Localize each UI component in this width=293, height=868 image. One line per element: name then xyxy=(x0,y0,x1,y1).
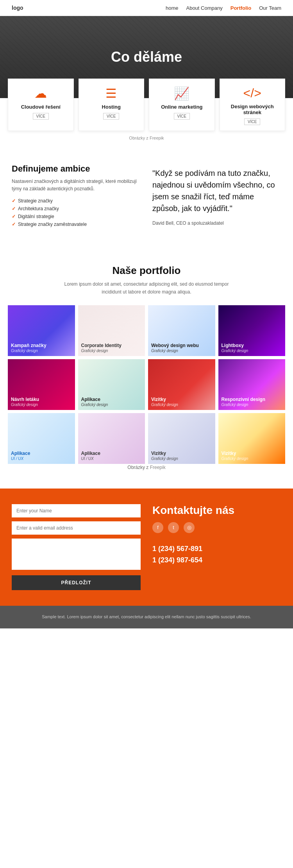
portfolio-item[interactable]: AplikaceUI / UX xyxy=(8,413,75,464)
services-section: ☁ Cloudové řešení VÍCE ☰ Hosting VÍCE 📈 … xyxy=(0,79,293,144)
service-link-design[interactable]: VÍCE xyxy=(244,118,260,125)
nav-team[interactable]: Our Team xyxy=(259,5,281,11)
marketing-icon: 📈 xyxy=(154,86,210,101)
portfolio-item[interactable]: VizitkyGrafický design xyxy=(148,359,215,410)
services-cards: ☁ Cloudové řešení VÍCE ☰ Hosting VÍCE 📈 … xyxy=(8,79,285,131)
service-card-marketing: 📈 Online marketing VÍCE xyxy=(149,79,215,131)
ambice-item-3: Digitální strategie xyxy=(12,214,141,219)
ambice-item-2: Architektura značky xyxy=(12,206,141,211)
service-link-hosting[interactable]: VÍCE xyxy=(103,113,119,120)
social-icons: f t ◎ xyxy=(152,522,281,533)
design-icon: </> xyxy=(225,86,280,100)
quote-text: "Když se podívám na tuto značku, najedno… xyxy=(152,167,281,214)
ambice-section: Definujeme ambice Nastavení značkových a… xyxy=(0,144,293,249)
portfolio-heading: Naše portfolio xyxy=(8,265,285,277)
contact-phone2: 1 (234) 987-654 xyxy=(152,556,281,564)
ambice-item-1: Strategie značky xyxy=(12,198,141,204)
portfolio-item[interactable]: Responzivní designGrafický design xyxy=(218,359,286,410)
ambice-right: "Když se podívám na tuto značku, najedno… xyxy=(152,164,281,229)
contact-message-textarea[interactable] xyxy=(12,539,141,570)
portfolio-grid: Kampaň značkyGrafický designCorporate Id… xyxy=(8,305,285,464)
service-card-hosting: ☰ Hosting VÍCE xyxy=(79,79,145,131)
portfolio-section: Naše portfolio Lorem ipsum dolor sit ame… xyxy=(0,249,293,489)
portfolio-item[interactable]: Kampaň značkyGrafický design xyxy=(8,305,75,356)
contact-info: Kontaktujte nás f t ◎ 1 (234) 567-891 1 … xyxy=(152,504,281,567)
services-freepik-link[interactable]: Freepik xyxy=(150,136,164,140)
ambice-heading: Definujeme ambice xyxy=(12,164,141,174)
service-title-hosting: Hosting xyxy=(84,104,139,110)
contact-heading: Kontaktujte nás xyxy=(152,504,281,517)
service-card-design: </> Design webových stránek VÍCE xyxy=(220,79,286,131)
logo: logo xyxy=(12,5,23,11)
nav-home[interactable]: home xyxy=(166,5,179,11)
ambice-left: Definujeme ambice Nastavení značkových a… xyxy=(12,164,141,229)
nav-about[interactable]: About Company xyxy=(186,5,222,11)
cloud-icon: ☁ xyxy=(13,86,69,101)
footer: Sample text. Lorem ipsum dolor sit amet,… xyxy=(0,606,293,628)
contact-email-input[interactable] xyxy=(12,521,141,535)
navbar: logo home About Company Portfolio Our Te… xyxy=(0,0,293,16)
portfolio-freepik-link[interactable]: Freepik xyxy=(150,465,166,470)
service-title-design: Design webových stránek xyxy=(225,104,280,115)
service-link-marketing[interactable]: VÍCE xyxy=(174,113,190,120)
contact-phone1: 1 (234) 567-891 xyxy=(152,545,281,553)
quote-author: David Bell, CEO a spoluzakladatel xyxy=(152,220,281,226)
portfolio-item[interactable]: Návrh letákuGrafický design xyxy=(8,359,75,410)
ambice-description: Nastavení značkových a digitálních strat… xyxy=(12,178,141,193)
service-link-cloud[interactable]: VÍCE xyxy=(33,113,49,120)
instagram-icon[interactable]: ◎ xyxy=(184,522,195,533)
portfolio-item[interactable]: AplikaceUI / UX xyxy=(78,413,145,464)
portfolio-item[interactable]: VizitkyGrafický design xyxy=(218,413,286,464)
footer-text: Sample text. Lorem ipsum dolor sit amet,… xyxy=(12,614,281,621)
contact-submit-button[interactable]: PŘEDLOŽIT xyxy=(12,575,141,590)
contact-name-input[interactable] xyxy=(12,504,141,517)
portfolio-freepik-note: Obrázky z Freepik xyxy=(61,464,232,471)
service-title-cloud: Cloudové řešení xyxy=(13,104,69,110)
portfolio-item[interactable]: Webový design webuGrafický design xyxy=(148,305,215,356)
hosting-icon: ☰ xyxy=(84,86,139,101)
twitter-icon[interactable]: t xyxy=(168,522,179,533)
portfolio-item[interactable]: Corporate IdentityGrafický design xyxy=(78,305,145,356)
portfolio-item[interactable]: VizitkyGrafický design xyxy=(148,413,215,464)
ambice-list: Strategie značky Architektura značky Dig… xyxy=(12,198,141,227)
services-freepik-note: Obrázky z Freepik xyxy=(8,136,285,140)
service-title-marketing: Online marketing xyxy=(154,104,210,110)
facebook-icon[interactable]: f xyxy=(152,522,163,533)
portfolio-item[interactable]: AplikaceGrafický design xyxy=(78,359,145,410)
contact-form: PŘEDLOŽIT xyxy=(12,504,141,590)
contact-section: PŘEDLOŽIT Kontaktujte nás f t ◎ 1 (234) … xyxy=(0,489,293,606)
nav-links: home About Company Portfolio Our Team xyxy=(166,5,281,11)
nav-portfolio[interactable]: Portfolio xyxy=(230,5,251,11)
portfolio-item[interactable]: LightboxyGrafický design xyxy=(218,305,286,356)
ambice-item-4: Strategie značky zaměstnavatele xyxy=(12,222,141,227)
service-card-cloud: ☁ Cloudové řešení VÍCE xyxy=(8,79,74,131)
hero-title: Co děláme xyxy=(111,49,182,65)
portfolio-description: Lorem ipsum dolor sit amet, consectetur … xyxy=(61,281,232,295)
